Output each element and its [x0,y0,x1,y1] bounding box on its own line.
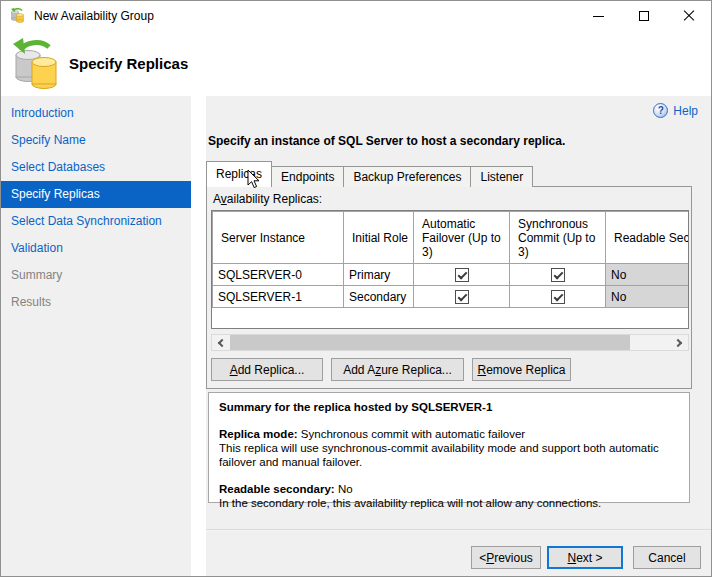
sidebar-item-summary: Summary [1,262,191,289]
grid-horizontal-scrollbar[interactable] [211,334,689,351]
cell-readable-secondary[interactable]: No [606,264,690,286]
help-icon [653,103,668,118]
remove-replica-button[interactable]: Remove Replica [472,358,571,381]
replicas-database-icon [11,36,63,90]
maximize-button[interactable] [621,1,666,31]
footer-divider [206,529,711,531]
cell-server-instance[interactable]: SQLSERVER-1 [213,286,344,308]
page-title: Specify Replicas [69,55,188,72]
sidebar-divider [191,96,206,576]
col-header-readable-secondary: Readable Secondary [606,212,690,264]
replica-buttons-row: Add Replica... Add Azure Replica... Remo… [211,358,571,381]
synchronous-commit-checkbox[interactable] [551,290,565,304]
scrollbar-thumb[interactable] [230,335,630,350]
title-bar: New Availability Group [1,1,711,31]
summary-replica-mode: Replica mode: Synchronous commit with au… [219,427,679,469]
summary-title: Summary for the replica hosted by SQLSER… [219,400,679,414]
cell-synchronous-commit[interactable] [510,264,606,286]
scroll-right-arrow[interactable] [671,335,688,350]
col-header-synchronous-commit: Synchronous Commit (Up to 3) [510,212,606,264]
help-link[interactable]: Help [653,103,698,118]
cell-synchronous-commit[interactable] [510,286,606,308]
summary-readable-secondary: Readable secondary: No In the secondary … [219,482,679,510]
close-button[interactable] [666,1,711,31]
replica-row-sqlserver-0: SQLSERVER-0 Primary No [213,264,690,286]
main-content: Help Specify an instance of SQL Server t… [206,96,711,576]
cell-automatic-failover[interactable] [414,286,510,308]
col-header-automatic-failover: Automatic Failover (Up to 3) [414,212,510,264]
cell-initial-role[interactable]: Secondary [344,286,414,308]
tab-listener[interactable]: Listener [470,166,533,187]
sidebar-item-results: Results [1,289,191,316]
tab-replicas[interactable]: Replicas [206,161,272,187]
add-replica-button[interactable]: Add Replica... [211,358,323,381]
minimize-icon [593,16,604,17]
chevron-left-icon [218,338,226,346]
automatic-failover-checkbox[interactable] [455,290,469,304]
replica-summary-panel: Summary for the replica hosted by SQLSER… [208,392,690,503]
scroll-left-arrow[interactable] [212,335,229,350]
cell-server-instance[interactable]: SQLSERVER-0 [213,264,344,286]
instruction-text: Specify an instance of SQL Server to hos… [208,134,565,148]
help-label: Help [673,104,698,118]
sidebar-item-select-databases[interactable]: Select Databases [1,154,191,181]
readable-secondary-description: In the secondary role, this availability… [219,496,679,510]
cell-initial-role[interactable]: Primary [344,264,414,286]
cell-automatic-failover[interactable] [414,264,510,286]
readable-secondary-value: No [338,483,353,495]
replica-mode-description: This replica will use synchronous-commit… [219,441,679,469]
replicas-tab-panel: Availability Replicas: Server Instance I… [206,186,692,389]
chevron-right-icon [674,338,682,346]
col-header-server-instance: Server Instance [213,212,344,264]
close-icon [683,10,695,22]
replica-tabstrip: Replicas Endpoints Backup Preferences Li… [206,161,532,187]
availability-replicas-grid: Server Instance Initial Role Automatic F… [211,210,689,329]
sidebar-item-select-data-synchronization[interactable]: Select Data Synchronization [1,208,191,235]
grid-header-row: Server Instance Initial Role Automatic F… [213,212,690,264]
minimize-button[interactable] [576,1,621,31]
availability-group-icon [10,8,26,24]
add-azure-replica-button[interactable]: Add Azure Replica... [331,358,464,381]
replica-row-sqlserver-1: SQLSERVER-1 Secondary No [213,286,690,308]
wizard-steps-sidebar: Introduction Specify Name Select Databas… [1,96,191,576]
wizard-header: Specify Replicas [1,31,711,96]
replica-mode-label: Replica mode: [219,428,298,440]
automatic-failover-checkbox[interactable] [455,268,469,282]
readable-secondary-label: Readable secondary: [219,483,335,495]
replica-mode-value: Synchronous commit with automatic failov… [301,428,525,440]
tab-endpoints[interactable]: Endpoints [271,166,344,187]
synchronous-commit-checkbox[interactable] [551,268,565,282]
tab-backup-preferences[interactable]: Backup Preferences [343,166,471,187]
col-header-initial-role: Initial Role [344,212,414,264]
sidebar-item-introduction[interactable]: Introduction [1,100,191,127]
availability-replicas-label: Availability Replicas: [213,192,322,206]
window-title: New Availability Group [34,1,154,31]
cell-readable-secondary[interactable]: No [606,286,690,308]
cancel-button[interactable]: Cancel [633,546,701,569]
sidebar-item-validation[interactable]: Validation [1,235,191,262]
previous-button[interactable]: < Previous [471,546,541,569]
sidebar-item-specify-name[interactable]: Specify Name [1,127,191,154]
sidebar-item-specify-replicas[interactable]: Specify Replicas [1,181,191,208]
new-availability-group-dialog: New Availability Group Specify Replicas … [0,0,712,577]
next-button[interactable]: Next > [547,546,623,569]
maximize-icon [639,11,649,21]
